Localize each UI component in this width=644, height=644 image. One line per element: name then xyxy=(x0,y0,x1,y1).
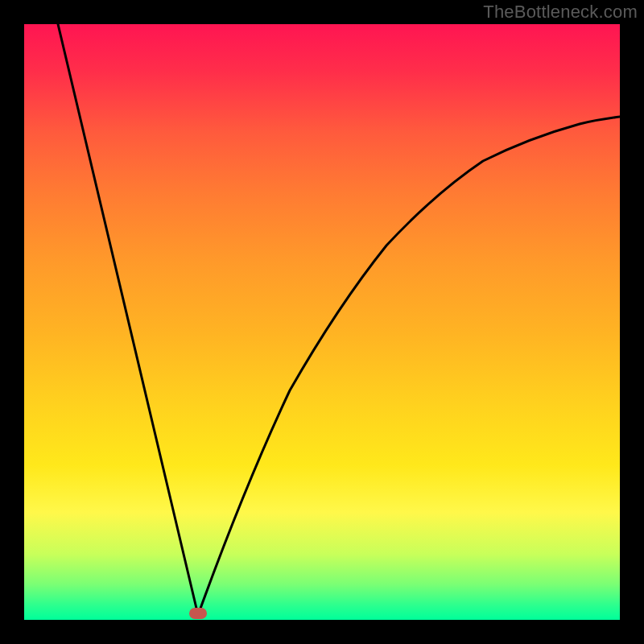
watermark-text: TheBottleneck.com xyxy=(483,2,638,23)
plot-area xyxy=(24,24,620,620)
bottleneck-curve xyxy=(58,24,620,615)
min-marker xyxy=(189,608,207,619)
chart-frame: TheBottleneck.com xyxy=(0,0,644,644)
curve-svg xyxy=(24,24,620,620)
